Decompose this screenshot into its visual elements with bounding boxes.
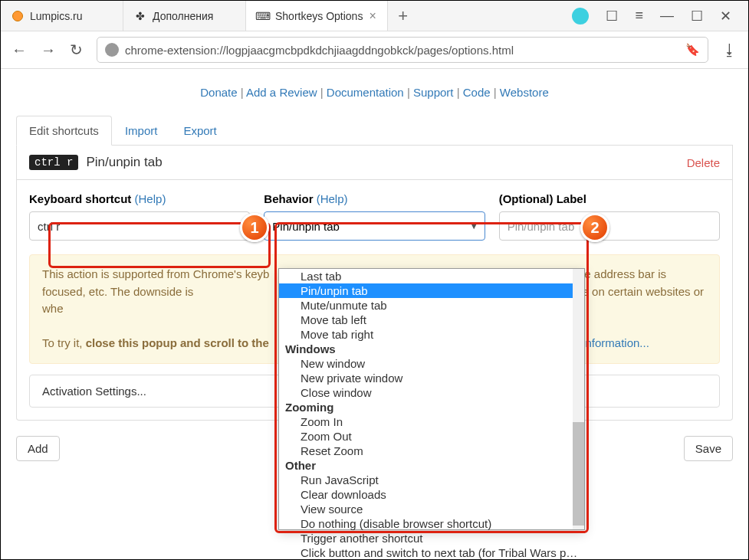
maximize-icon[interactable]: ☐ [691, 8, 703, 25]
link-support[interactable]: Support [413, 86, 454, 99]
back-icon[interactable]: ← [11, 41, 27, 59]
option-item[interactable]: Move tab right [279, 327, 584, 342]
option-item[interactable]: Close window [279, 385, 584, 400]
annotation-marker-1: 1 [240, 213, 269, 242]
help-link[interactable]: (Help) [135, 192, 166, 205]
select-value: Pin/unpin tab [272, 220, 340, 233]
reload-icon[interactable]: ↻ [70, 41, 83, 59]
puzzle-icon: ✤ [134, 10, 146, 22]
panel-header: ctrl r Pin/unpin tab Delete [17, 146, 732, 180]
panel-title: Pin/unpin tab [86, 155, 162, 170]
tab-label: Shortkeys Options [275, 10, 363, 22]
address-bar: ← → ↻ chrome-extension://logpjaacgmcbpdk… [1, 31, 748, 68]
top-links: Donate | Add a Review | Documentation | … [16, 77, 733, 116]
new-tab-button[interactable]: + [388, 6, 419, 26]
shortcut-badge: ctrl r [29, 155, 78, 170]
save-button[interactable]: Save [684, 436, 733, 461]
opt-label: (Optional) Label [499, 192, 720, 205]
tab-bar: Lumpics.ru ✤ Дополнения ⌨ Shortkeys Opti… [1, 1, 748, 31]
help-link[interactable]: (Help) [317, 192, 348, 205]
forward-icon[interactable]: → [41, 41, 56, 59]
option-item[interactable]: Click button and switch to next tab (for… [279, 545, 584, 560]
annotation-marker-2: 2 [580, 213, 609, 242]
add-button[interactable]: Add [16, 436, 60, 461]
menu-icon[interactable]: ≡ [635, 8, 643, 24]
option-group: Zooming [279, 400, 584, 414]
col-label: (Optional) Label [499, 192, 720, 241]
bookmarks-icon[interactable]: ☐ [606, 8, 618, 25]
nav-export[interactable]: Export [170, 116, 229, 146]
assistant-icon[interactable] [572, 8, 589, 25]
close-tab-icon[interactable]: × [369, 9, 376, 23]
tab-label: Lumpics.ru [30, 10, 82, 22]
option-item[interactable]: Last tab [279, 269, 584, 283]
nav-tabs: Edit shortcuts Import Export [16, 116, 733, 146]
option-group: Windows [279, 342, 584, 356]
site-info-icon[interactable] [105, 43, 119, 57]
option-item[interactable]: Reset Zoom [279, 444, 584, 458]
option-item[interactable]: Zoom In [279, 414, 584, 429]
minimize-icon[interactable]: — [660, 8, 674, 24]
link-donate[interactable]: Donate [200, 86, 237, 99]
link-webstore[interactable]: Webstore [500, 86, 549, 99]
delete-button[interactable]: Delete [687, 156, 720, 169]
bh-label: Behavior (Help) [264, 192, 485, 205]
url-text: chrome-extension://logpjaacgmcbpdkdchjia… [125, 44, 514, 57]
tab-shortkeys[interactable]: ⌨ Shortkeys Options × [246, 1, 388, 31]
col-behavior: Behavior (Help) Pin/unpin tab ▼ [264, 192, 485, 241]
form-row: Keyboard shortcut (Help) Behavior (Help)… [29, 192, 720, 241]
option-item[interactable]: New window [279, 356, 584, 371]
lumpics-icon [11, 10, 24, 22]
bookmark-icon[interactable]: 🔖 [685, 43, 700, 57]
nav-edit[interactable]: Edit shortcuts [16, 116, 112, 146]
option-item[interactable]: Pin/unpin tab [279, 283, 584, 298]
shortcut-input[interactable] [29, 211, 250, 241]
option-item[interactable]: View source [279, 502, 584, 516]
col-keyboard: Keyboard shortcut (Help) [29, 192, 250, 241]
link-code[interactable]: Code [463, 86, 491, 99]
tab-lumpics[interactable]: Lumpics.ru [1, 1, 123, 31]
tab-addons[interactable]: ✤ Дополнения [123, 1, 246, 31]
option-item[interactable]: Zoom Out [279, 429, 584, 444]
nav-import[interactable]: Import [112, 116, 171, 146]
window-controls: ☐ ≡ — ☐ ✕ [572, 8, 748, 25]
option-item[interactable]: Run JavaScript [279, 473, 584, 487]
scrollbar-thumb[interactable] [573, 422, 584, 526]
chevron-down-icon: ▼ [470, 221, 478, 231]
kb-label: Keyboard shortcut (Help) [29, 192, 250, 205]
option-item[interactable]: Mute/unmute tab [279, 298, 584, 313]
link-docs[interactable]: Documentation [327, 86, 404, 99]
option-item[interactable]: Move tab left [279, 313, 584, 327]
option-item[interactable]: Clear downloads [279, 487, 584, 502]
url-input[interactable]: chrome-extension://logpjaacgmcbpdkdchjia… [97, 37, 708, 63]
close-window-icon[interactable]: ✕ [720, 8, 731, 25]
option-item[interactable]: Do nothing (disable browser shortcut) [279, 516, 584, 531]
option-item[interactable]: Trigger another shortcut [279, 531, 584, 545]
option-group: Other [279, 458, 584, 473]
behavior-dropdown[interactable]: Last tabPin/unpin tabMute/unmute tabMove… [278, 268, 585, 530]
browser-chrome: Lumpics.ru ✤ Дополнения ⌨ Shortkeys Opti… [1, 1, 748, 69]
tab-label: Дополнения [153, 10, 213, 22]
link-review[interactable]: Add a Review [246, 86, 317, 99]
download-icon[interactable]: ⭳ [722, 41, 738, 59]
option-item[interactable]: New private window [279, 371, 584, 385]
keyboard-icon: ⌨ [257, 10, 269, 22]
behavior-select[interactable]: Pin/unpin tab ▼ [264, 211, 485, 241]
